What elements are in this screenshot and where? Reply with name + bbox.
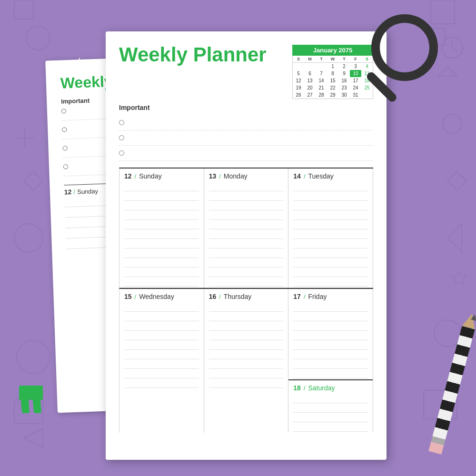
monday-name: Monday (224, 172, 248, 180)
cal-day-header-s: S (293, 56, 304, 63)
clip-body (19, 386, 43, 400)
wednesday-name: Wednesday (139, 293, 174, 300)
cal-day-header-t1: T (316, 56, 327, 63)
tuesday-slash: / (304, 173, 306, 180)
monday-num: 13 (209, 172, 217, 180)
friday-slash: / (304, 293, 306, 300)
monday-slash: / (219, 173, 221, 180)
saturday-num: 18 (293, 384, 301, 392)
checkbox-3[interactable] (119, 150, 124, 156)
main-paper: Weekly Planner January 2075 S M T W T F … (106, 31, 387, 460)
svg-point-5 (14, 224, 43, 252)
svg-marker-18 (452, 271, 466, 285)
important-label: Important (119, 104, 373, 111)
day-cell-friday: 17 / Friday (288, 289, 373, 380)
friday-name: Friday (308, 293, 327, 300)
back-day-num: 12 (64, 188, 72, 196)
sunday-slash: / (135, 173, 137, 180)
sunday-name: Sunday (139, 172, 161, 180)
saturday-slash: / (304, 385, 306, 392)
cal-day-header-m: M (304, 56, 316, 63)
svg-point-3 (443, 114, 462, 133)
important-item-2 (119, 130, 373, 146)
sunday-num: 12 (124, 172, 132, 180)
checkbox-2[interactable] (119, 135, 124, 140)
friday-saturday-column: 17 / Friday 18 / Saturday (288, 289, 373, 433)
cal-day-header-w: W (327, 56, 338, 63)
wednesday-num: 15 (124, 293, 132, 300)
back-day-name: Sunday (77, 188, 99, 196)
svg-point-0 (26, 26, 50, 50)
svg-marker-11 (24, 428, 43, 447)
svg-marker-17 (24, 171, 43, 190)
important-item-3 (119, 146, 373, 161)
important-section: Important (119, 104, 373, 161)
important-item-1 (119, 115, 373, 130)
thursday-slash: / (219, 293, 221, 300)
friday-num: 17 (293, 293, 301, 300)
clip-wings (19, 400, 43, 413)
svg-marker-16 (447, 171, 466, 190)
day-cell-monday: 13 / Monday (204, 169, 289, 288)
wednesday-slash: / (135, 293, 137, 300)
days-row-2: 15 / Wednesday 16 / Thursday (119, 288, 373, 433)
svg-point-8 (17, 340, 50, 374)
binder-clip (19, 386, 43, 414)
back-day-slash: / (73, 188, 75, 196)
day-cell-tuesday: 14 / Tuesday (288, 169, 373, 288)
clip-wing-left (20, 400, 29, 413)
svg-point-10 (434, 320, 461, 347)
days-row-1: 12 / Sunday 13 / Monday (119, 168, 373, 288)
magnifying-glass (352, 14, 447, 109)
clip-wing-right (32, 400, 41, 413)
planner-title: Weekly Planner (119, 45, 267, 65)
thursday-name: Thursday (224, 293, 251, 300)
day-cell-sunday: 12 / Sunday (119, 169, 204, 288)
svg-line-15 (452, 48, 458, 51)
checkbox-1[interactable] (119, 120, 124, 125)
saturday-name: Saturday (308, 384, 335, 392)
day-cell-thursday: 16 / Thursday (204, 289, 289, 433)
tuesday-num: 14 (293, 172, 301, 180)
tuesday-name: Tuesday (308, 172, 334, 180)
day-cell-wednesday: 15 / Wednesday (119, 289, 204, 433)
mag-lens (371, 14, 438, 81)
thursday-num: 16 (209, 293, 217, 300)
paper-header: Weekly Planner January 2075 S M T W T F … (119, 45, 373, 99)
cal-day-header-t2: T (338, 56, 350, 63)
svg-rect-6 (14, 0, 33, 19)
svg-marker-7 (447, 224, 462, 252)
day-cell-saturday: 18 / Saturday (288, 380, 373, 433)
